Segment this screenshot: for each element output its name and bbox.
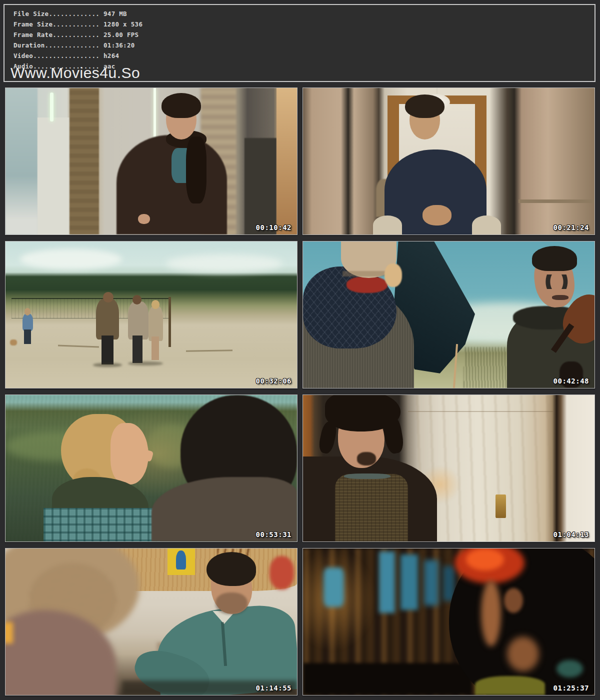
person-brown-coat — [96, 298, 120, 340]
hair — [384, 264, 402, 287]
armchair — [472, 216, 501, 234]
timestamp-overlay: 00:53:31 — [256, 530, 292, 538]
frame-size-line: Frame Size............ 1280 x 536 — [14, 19, 594, 30]
window-light — [424, 560, 438, 606]
screenshot-grid: 00:10:42 00:21:24 — [0, 88, 600, 696]
face-profile — [110, 423, 148, 484]
screenshot-thumbnail-5: 00:53:31 — [5, 394, 298, 542]
head — [103, 292, 113, 302]
neon-light-strip — [154, 88, 156, 140]
screenshot-thumbnail-4: 00:42:48 — [302, 241, 595, 388]
brick-pillar — [70, 88, 98, 234]
timestamp-overlay: 01:14:55 — [256, 684, 292, 692]
wall-seam — [408, 411, 554, 412]
site-watermark: Www.Movies4u.So — [10, 66, 140, 80]
video-codec-line: Video................. h264 — [14, 50, 594, 61]
goatee — [357, 452, 376, 465]
legs — [102, 336, 113, 365]
man-coat — [116, 135, 228, 234]
screenshot-thumbnail-7: 01:14:55 — [5, 548, 298, 696]
scarf — [186, 136, 206, 204]
timestamp-overlay: 00:10:42 — [256, 224, 292, 232]
neon-light-strip — [50, 92, 54, 122]
collar — [475, 676, 545, 695]
cloud — [166, 254, 282, 272]
teal-glint — [556, 660, 582, 678]
legs — [132, 336, 142, 364]
net-pole — [168, 297, 171, 347]
dark-foreground — [303, 663, 472, 695]
head — [152, 300, 160, 309]
hair — [405, 94, 444, 118]
person-blue-jacket — [22, 314, 33, 331]
window-light — [400, 554, 418, 610]
frame-rate-line: Frame Rate............ 25.00 FPS — [14, 30, 594, 40]
beach-object — [10, 340, 18, 346]
scene-beige-room — [303, 88, 594, 234]
stubble — [216, 592, 248, 614]
armchair — [373, 216, 402, 234]
hair — [162, 93, 201, 118]
head — [24, 308, 30, 316]
scene-loft-interior — [6, 88, 297, 234]
glasses — [539, 274, 574, 289]
scene-white-hallway — [303, 395, 594, 542]
scene-dark-room — [303, 548, 594, 695]
shirt-collar — [344, 474, 390, 480]
scene-dune-grass — [6, 395, 297, 542]
screenshot-thumbnail-2: 00:21:24 — [302, 88, 595, 235]
legs — [152, 336, 159, 360]
wall-trim — [518, 200, 594, 203]
white-partition — [38, 118, 70, 234]
timestamp-overlay: 01:04:13 — [554, 530, 589, 538]
media-info-panel: File Size............. 947 MB Frame Size… — [4, 4, 596, 82]
screenshot-thumbnail-8: 01:25:37 — [302, 548, 595, 696]
screenshot-thumbnail-1: 00:10:42 — [5, 88, 298, 235]
cloud — [20, 249, 122, 270]
curly-hair — [206, 552, 256, 586]
child-drawing-red — [270, 556, 294, 590]
person-gray-sweater — [128, 302, 148, 340]
knit-sweater — [335, 474, 408, 542]
legs — [24, 330, 31, 344]
plaid-jacket — [44, 508, 160, 542]
scene-beach-flag — [303, 242, 594, 388]
head — [132, 295, 142, 304]
window-light — [379, 552, 395, 613]
screenshot-thumbnail-6: 01:04:13 — [302, 394, 595, 542]
person-blonde-woman — [148, 306, 163, 341]
scene-conversation — [6, 548, 297, 695]
neck-light — [507, 636, 539, 672]
mustache — [552, 295, 568, 300]
duration-line: Duration.............. 01:36:20 — [14, 40, 594, 50]
screenshot-thumbnail-3: 00:32:06 — [5, 241, 298, 388]
window-light — [324, 568, 344, 607]
brass-lock-plate — [496, 494, 506, 518]
timestamp-overlay: 00:32:06 — [256, 377, 292, 385]
warm-doorway — [276, 88, 297, 234]
drawing-blue-figure — [176, 550, 186, 570]
timestamp-overlay: 00:21:24 — [554, 224, 589, 232]
ear — [504, 588, 523, 613]
shelf-cabinet — [244, 138, 276, 234]
file-size-line: File Size............. 947 MB — [14, 8, 594, 19]
timestamp-overlay: 00:42:48 — [554, 377, 589, 385]
red-highlight — [466, 548, 504, 570]
warm-light — [6, 622, 13, 644]
hand — [138, 214, 150, 224]
figure-shadow — [93, 363, 122, 366]
timestamp-overlay: 01:25:37 — [554, 684, 589, 692]
scene-beach-volleyball — [6, 242, 297, 388]
figure-shadow — [128, 362, 163, 365]
red-scarf — [346, 276, 388, 292]
staircase-wall — [6, 88, 38, 234]
face-edge-light — [481, 580, 502, 646]
hair — [532, 246, 577, 271]
clasped-hands — [422, 205, 452, 226]
